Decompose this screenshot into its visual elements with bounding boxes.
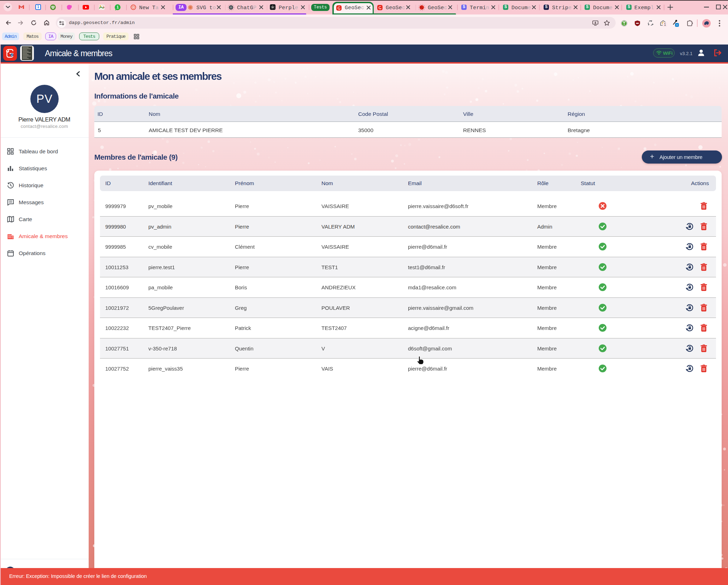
svg-text:1: 1 xyxy=(117,5,119,9)
